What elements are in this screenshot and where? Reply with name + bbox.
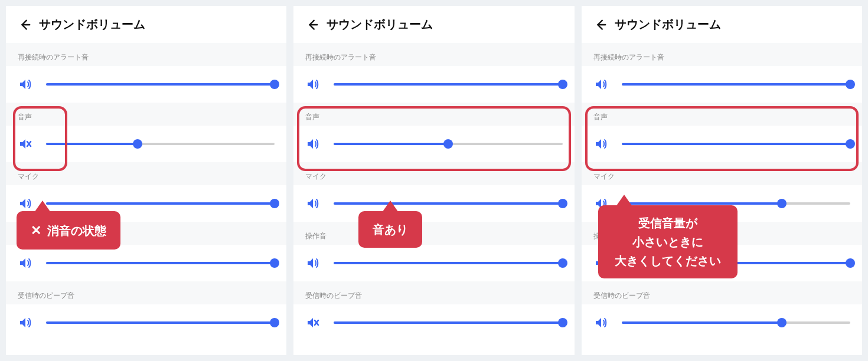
volume-icon[interactable]	[593, 315, 609, 330]
section-label: マイク	[6, 162, 286, 185]
section-label: 受信時のビープ音	[293, 281, 574, 304]
section-label: 音声	[293, 103, 574, 126]
volume-icon[interactable]	[18, 196, 33, 211]
volume-icon[interactable]	[18, 255, 33, 271]
settings-panel: サウンドボリューム 再接続時のアラート音 音声 マイク 操作音	[293, 6, 574, 355]
page-title: サウンドボリューム	[39, 17, 145, 32]
volume-muted-icon[interactable]	[305, 315, 321, 330]
section-label: 受信時のビープ音	[582, 281, 862, 304]
volume-slider[interactable]	[334, 143, 562, 145]
volume-slider[interactable]	[334, 83, 562, 86]
volume-slider[interactable]	[334, 202, 562, 205]
back-arrow-icon[interactable]	[593, 18, 608, 32]
slider-row-receive-beep	[593, 304, 850, 341]
slider-row-voice	[593, 126, 850, 162]
volume-icon[interactable]	[305, 77, 321, 92]
page-title: サウンドボリューム	[615, 17, 721, 32]
callout-text: 受信音量が 小さいときに 大きくしてください	[615, 214, 721, 270]
settings-panel: サウンドボリューム 再接続時のアラート音 音声 マイク 操作音	[6, 6, 286, 355]
slider-row-voice	[18, 126, 275, 162]
volume-icon[interactable]	[18, 315, 33, 330]
slider-row-voice	[305, 126, 562, 162]
volume-slider[interactable]	[46, 143, 275, 145]
volume-muted-icon[interactable]	[18, 136, 33, 152]
section-label: 再接続時のアラート音	[582, 43, 862, 66]
volume-icon[interactable]	[593, 136, 609, 152]
section-mic: マイク	[293, 162, 574, 222]
volume-slider[interactable]	[334, 321, 562, 324]
volume-icon[interactable]	[305, 136, 321, 152]
back-arrow-icon[interactable]	[305, 18, 319, 32]
volume-slider[interactable]	[334, 262, 562, 264]
volume-icon[interactable]	[593, 77, 609, 92]
section-voice: 音声	[6, 103, 286, 162]
section-label: 受信時のビープ音	[6, 281, 286, 304]
volume-slider[interactable]	[622, 321, 850, 324]
slider-row-operation-sound	[305, 245, 562, 281]
section-receive-beep: 受信時のビープ音	[6, 281, 286, 341]
volume-slider[interactable]	[46, 83, 275, 86]
slider-row-operation-sound	[18, 245, 275, 281]
section-label: マイク	[293, 162, 574, 185]
section-receive-beep: 受信時のビープ音	[293, 281, 574, 341]
callout-text: 消音の状態	[47, 224, 106, 237]
section-label: 音声	[582, 103, 862, 126]
callout-text: 音あり	[373, 223, 408, 236]
section-label: 音声	[6, 103, 286, 126]
slider-row-reconnect-alert	[305, 66, 562, 103]
section-voice: 音声	[293, 103, 574, 162]
volume-icon[interactable]	[305, 196, 321, 211]
callout-bubble: 音あり	[358, 211, 422, 248]
slider-row-reconnect-alert	[18, 66, 275, 103]
volume-slider[interactable]	[46, 202, 275, 205]
page-title: サウンドボリューム	[327, 17, 433, 32]
section-reconnect-alert: 再接続時のアラート音	[6, 43, 286, 103]
volume-slider[interactable]	[622, 202, 850, 205]
volume-icon[interactable]	[18, 77, 33, 92]
panel-header: サウンドボリューム	[6, 6, 286, 43]
volume-slider[interactable]	[46, 262, 275, 264]
slider-row-reconnect-alert	[593, 66, 850, 103]
panel-header: サウンドボリューム	[293, 6, 574, 43]
section-reconnect-alert: 再接続時のアラート音	[582, 43, 862, 103]
section-label: 再接続時のアラート音	[293, 43, 574, 66]
volume-slider[interactable]	[622, 83, 850, 86]
callout-bubble: 受信音量が 小さいときに 大きくしてください	[598, 205, 738, 278]
volume-slider[interactable]	[622, 143, 850, 145]
x-icon: ✕	[31, 223, 41, 238]
panel-header: サウンドボリューム	[582, 6, 862, 43]
section-receive-beep: 受信時のビープ音	[582, 281, 862, 341]
section-operation-sound: 操作音	[293, 222, 574, 281]
callout-bubble: ✕消音の状態	[17, 211, 120, 250]
section-label: 再接続時のアラート音	[6, 43, 286, 66]
back-arrow-icon[interactable]	[18, 18, 32, 32]
slider-row-receive-beep	[305, 304, 562, 341]
volume-icon[interactable]	[305, 255, 321, 271]
section-reconnect-alert: 再接続時のアラート音	[293, 43, 574, 103]
volume-slider[interactable]	[46, 321, 275, 324]
section-label: 操作音	[293, 222, 574, 245]
section-voice: 音声	[582, 103, 862, 162]
slider-row-mic	[305, 185, 562, 222]
slider-row-receive-beep	[18, 304, 275, 341]
settings-panel: サウンドボリューム 再接続時のアラート音 音声 マイク 操作音	[582, 6, 862, 355]
section-label: マイク	[582, 162, 862, 185]
